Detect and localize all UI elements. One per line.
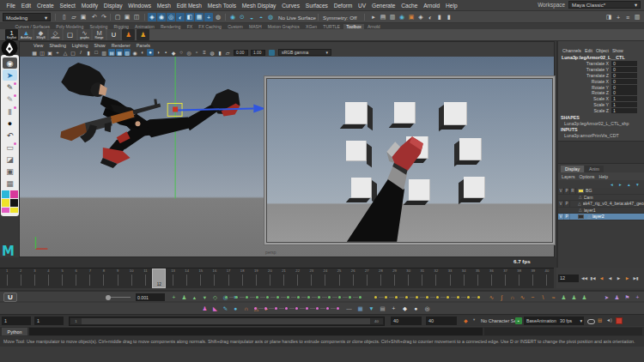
slider-dot[interactable] (447, 296, 449, 299)
slider-dot[interactable] (285, 307, 288, 310)
save-scene-icon[interactable]: ▣ (79, 13, 88, 21)
symmetry-label[interactable]: Symmetry: Off (323, 15, 356, 21)
viewport-toolbar-icon[interactable]: ◎ (185, 49, 192, 56)
animbot-icon[interactable]: ◇ (211, 293, 219, 301)
workspace-dropdown[interactable]: Maya Classic*▾ (568, 1, 641, 9)
slider-dot[interactable] (426, 296, 428, 299)
tween-curve-icon[interactable]: ∿ (488, 293, 495, 301)
menubar-item[interactable]: Help (443, 3, 460, 9)
timeline-frame[interactable]: 11 (138, 268, 152, 288)
redo-icon[interactable]: ↷ (100, 13, 108, 21)
viewport-toolbar-icon[interactable]: ○ (178, 49, 185, 56)
menubar-item[interactable]: Windows (125, 3, 155, 9)
layer-flag[interactable]: P (564, 201, 570, 208)
color-swatch[interactable] (10, 190, 18, 198)
sidebar-toggle-icon[interactable]: ◨ (605, 13, 613, 21)
viewport-toolbar-icon[interactable]: ▤ (108, 49, 115, 56)
render-icon[interactable]: ◐ (426, 13, 434, 21)
slider-dot[interactable] (374, 296, 377, 299)
pen-icon[interactable]: ✎ (3, 81, 17, 93)
animbot-tool-icon[interactable]: ▦ (356, 305, 364, 312)
layer-row[interactable]: VPRBG (558, 188, 644, 195)
channel-attr-value[interactable]: 0 (611, 85, 637, 90)
tween-value-field[interactable]: 0.001 (136, 293, 165, 301)
timeline-frame[interactable]: 33 (443, 268, 457, 288)
channel-attr-label[interactable]: Rotate Y (558, 85, 611, 90)
viewport-toolbar-icon[interactable]: ▧ (124, 49, 131, 56)
snap-icon[interactable]: ⊙ (238, 13, 246, 21)
shelf-tab[interactable]: Animation (131, 24, 157, 29)
render-icon[interactable]: ▤ (379, 13, 387, 21)
layer-flag[interactable]: P (564, 188, 570, 195)
selected-object-name[interactable]: Luna3p:legArmor02_L__CTL (558, 54, 644, 61)
viewport-toolbar-icon[interactable]: ▥ (100, 49, 107, 56)
range-slider[interactable]: 1 40 (69, 317, 385, 326)
undo-icon[interactable]: ↶ (3, 130, 17, 141)
tween-curve-icon[interactable]: ∿ (519, 293, 526, 301)
snap-icon[interactable]: ◒ (247, 13, 256, 21)
script-editor-icon[interactable] (587, 319, 595, 324)
layer-name[interactable]: layer1 (584, 208, 596, 213)
menubar-item[interactable]: Mesh Tools (204, 3, 239, 9)
exposure-field[interactable]: 0.00 (234, 50, 248, 56)
step-forward-key-button[interactable]: ▶ (623, 275, 631, 282)
viewport-toolbar-icon[interactable]: ▦ (116, 49, 123, 56)
menu-set-dropdown[interactable]: Modeling▾ (3, 13, 51, 21)
color-swatch[interactable] (2, 208, 9, 213)
slider-dot[interactable] (306, 307, 308, 310)
slider-dot[interactable] (477, 296, 480, 299)
fps-dropdown[interactable]: 30 fps▾ (558, 317, 584, 325)
current-frame-marker[interactable]: 12 (152, 268, 166, 288)
anim-end-field[interactable]: 40 (426, 317, 457, 325)
animbot-icon[interactable]: ∩ (242, 305, 250, 312)
slider-dot[interactable] (467, 296, 470, 299)
timeline-frame[interactable]: 36 (484, 268, 498, 288)
pencil-icon[interactable]: ✎ (3, 94, 17, 105)
menubar-item[interactable]: Generate (369, 3, 398, 9)
anim-layer-icon[interactable]: ▪ (515, 317, 522, 324)
select-component-icon[interactable]: ◫ (132, 13, 141, 21)
channel-attr-value[interactable]: 1 (611, 96, 637, 101)
timeline-frame[interactable]: 8 (97, 268, 111, 288)
select-hierarchy-icon[interactable]: ▢ (113, 13, 122, 21)
animbot-tool-icon[interactable]: — (345, 305, 353, 312)
timeline-frame[interactable]: 9 (111, 268, 125, 288)
character-set-label[interactable]: No Character Set (481, 318, 518, 323)
channel-attr-value[interactable]: 0 (611, 67, 637, 72)
shelf-tab[interactable]: MASH (246, 24, 264, 29)
animbot-icon[interactable]: ▾ (201, 293, 209, 301)
layer-row[interactable]: VP△layer2 (558, 214, 644, 220)
selection-mask-icon[interactable]: ◈ (148, 13, 156, 21)
menubar-item[interactable]: Select (57, 3, 78, 9)
slider-dot[interactable] (436, 296, 439, 299)
viewport-toolbar-icon[interactable]: ▱ (224, 49, 231, 56)
menubar-item[interactable]: Mesh Display (239, 3, 278, 9)
pose-icon[interactable]: ♟ (580, 293, 588, 301)
slider-dot[interactable] (328, 296, 331, 299)
menubar-item[interactable]: File (3, 3, 18, 9)
floating-camera-panel[interactable] (264, 75, 556, 245)
channel-attr-value[interactable]: 1 (611, 102, 637, 107)
layer-name[interactable]: BG (586, 188, 592, 193)
menubar-item[interactable]: Curves (279, 3, 303, 9)
visibility-icon[interactable]: ◉ (3, 57, 17, 69)
panel-menu-item[interactable]: Renderer (112, 43, 131, 48)
tool-settings-icon[interactable]: ≡ (623, 13, 632, 21)
current-frame-field[interactable]: 12 (558, 275, 579, 282)
channel-attr-value[interactable]: 0 (611, 73, 637, 78)
shelf-button[interactable]: ◆XKeyS (34, 29, 47, 40)
timeline-frame[interactable]: 17 (222, 268, 235, 288)
timeline-frame[interactable]: 32 (429, 268, 443, 288)
menubar-item[interactable]: Deform (331, 3, 355, 9)
play-backwards-button[interactable]: ◀ (606, 275, 614, 282)
selection-mask-icon[interactable]: + (204, 13, 213, 21)
go-to-end-button[interactable]: ▶▮ (632, 275, 640, 282)
camera-panel-canvas[interactable] (266, 78, 553, 243)
viewport-toolbar-icon[interactable]: ▪ (162, 49, 169, 56)
panel-menu-item[interactable]: Show (94, 43, 105, 48)
slider-dot[interactable] (395, 296, 398, 299)
step-back-frame-button[interactable]: ▮◀ (589, 275, 597, 282)
selection-mask-icon[interactable]: ◎ (167, 13, 175, 21)
slider-dot[interactable] (287, 296, 289, 299)
screenshot-icon[interactable]: ▣ (3, 166, 17, 177)
